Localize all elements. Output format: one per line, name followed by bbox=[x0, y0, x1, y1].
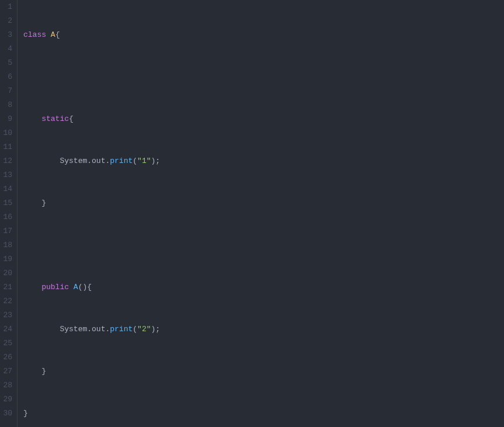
line-number: 22 bbox=[2, 294, 12, 308]
method-name: print bbox=[110, 157, 133, 165]
keyword-static: static bbox=[41, 114, 69, 123]
line-number: 30 bbox=[2, 407, 12, 421]
line-number: 27 bbox=[2, 364, 12, 379]
code-line bbox=[23, 70, 220, 84]
line-number: 2 bbox=[2, 14, 12, 28]
identifier: System bbox=[60, 157, 87, 165]
class-name: A bbox=[51, 30, 55, 39]
brace: { bbox=[55, 30, 60, 39]
line-number: 5 bbox=[2, 56, 12, 70]
line-number: 17 bbox=[2, 224, 12, 238]
line-number: 18 bbox=[2, 238, 12, 252]
line-number: 23 bbox=[2, 308, 12, 322]
code-line: } bbox=[23, 407, 220, 421]
code-line: System.out.print("1"); bbox=[23, 154, 220, 168]
line-number: 1 bbox=[2, 0, 12, 14]
line-number: 12 bbox=[2, 154, 12, 168]
keyword-class: class bbox=[23, 30, 46, 39]
line-number: 10 bbox=[2, 126, 12, 140]
paren: ( bbox=[133, 157, 137, 165]
line-number: 3 bbox=[2, 28, 12, 42]
code-editor[interactable]: 1234567891011121314151617181920212223242… bbox=[0, 0, 504, 427]
code-line bbox=[23, 238, 220, 252]
line-number: 28 bbox=[2, 379, 12, 393]
line-number: 26 bbox=[2, 350, 12, 364]
code-line: class A{ bbox=[23, 28, 220, 42]
identifier: out bbox=[92, 157, 105, 165]
line-number: 9 bbox=[2, 112, 12, 126]
line-number: 14 bbox=[2, 182, 12, 196]
code-line: } bbox=[23, 196, 220, 210]
brace: } bbox=[23, 409, 28, 418]
brace: } bbox=[41, 367, 46, 376]
paren: ( bbox=[133, 325, 137, 334]
line-number: 21 bbox=[2, 280, 12, 294]
keyword-public: public bbox=[41, 283, 69, 291]
identifier: out bbox=[92, 325, 105, 334]
dot: . bbox=[87, 325, 92, 334]
identifier: System bbox=[60, 325, 87, 334]
line-number: 25 bbox=[2, 336, 12, 350]
line-number: 19 bbox=[2, 252, 12, 266]
code-line: } bbox=[23, 364, 220, 379]
code-area[interactable]: class A{ static{ System.out.print("1"); … bbox=[18, 0, 220, 427]
method-name: print bbox=[110, 325, 133, 334]
brace: } bbox=[41, 199, 46, 207]
brace: { bbox=[69, 114, 74, 123]
line-number: 6 bbox=[2, 70, 12, 84]
line-number: 11 bbox=[2, 140, 12, 154]
line-number: 4 bbox=[2, 42, 12, 56]
line-number: 16 bbox=[2, 210, 12, 224]
line-number: 8 bbox=[2, 98, 12, 112]
line-number-gutter: 1234567891011121314151617181920212223242… bbox=[0, 0, 18, 427]
line-number: 13 bbox=[2, 168, 12, 182]
string-literal: "1" bbox=[137, 157, 151, 165]
line-number: 24 bbox=[2, 322, 12, 336]
line-number: 7 bbox=[2, 84, 12, 98]
code-line: static{ bbox=[23, 112, 220, 126]
brace: { bbox=[87, 283, 92, 291]
code-line: public A(){ bbox=[23, 280, 220, 294]
semicolon: ; bbox=[155, 325, 160, 334]
string-literal: "2" bbox=[137, 325, 151, 334]
semicolon: ; bbox=[155, 157, 160, 165]
dot: . bbox=[87, 157, 92, 165]
line-number: 15 bbox=[2, 196, 12, 210]
line-number: 29 bbox=[2, 393, 12, 407]
code-line: System.out.print("2"); bbox=[23, 322, 220, 336]
parens: () bbox=[78, 283, 88, 291]
constructor-name: A bbox=[74, 283, 78, 291]
line-number: 20 bbox=[2, 266, 12, 280]
